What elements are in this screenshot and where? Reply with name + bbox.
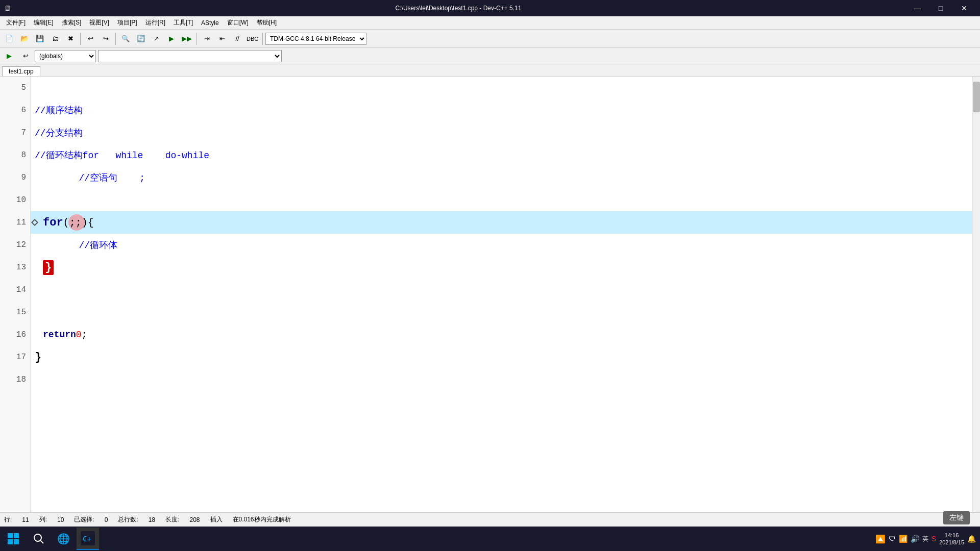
sep1 xyxy=(80,33,81,45)
compile-button[interactable]: ▶ xyxy=(164,32,179,46)
window-title: C:\Users\lei\Desktop\test1.cpp - Dev-C++… xyxy=(396,5,522,12)
sep3 xyxy=(197,33,197,45)
code-line-17[interactable]: } xyxy=(31,346,972,368)
code-line-5[interactable] xyxy=(31,77,972,99)
browser-taskbar-button[interactable]: 🌐 xyxy=(52,528,75,550)
editor: 56789101112131415161718 //顺序结构//分支结构//循环… xyxy=(0,77,980,512)
volume-icon: 🔊 xyxy=(911,535,919,543)
jump-button[interactable]: ↗ xyxy=(149,32,163,46)
search-button[interactable]: 🔍 xyxy=(118,32,133,46)
taskbar: 🌐 C+ 🔼 🛡 📶 🔊 英 S 14:16 2021/8/15 🔔 xyxy=(0,527,980,551)
selected-val: 0 xyxy=(105,516,108,523)
menu-item-R[interactable]: 运行[R] xyxy=(141,17,169,28)
undo-button[interactable]: ↩ xyxy=(83,32,97,46)
code-line-12[interactable]: //循环体 xyxy=(31,234,972,256)
close-file-button[interactable]: ✖ xyxy=(63,32,78,46)
menu-item-E[interactable]: 编辑[E] xyxy=(30,17,58,28)
code-line-15[interactable] xyxy=(31,301,972,323)
menu-item-W[interactable]: 窗口[W] xyxy=(223,17,253,28)
tabbar: test1.cpp xyxy=(0,64,980,77)
run2-button[interactable]: ▶ xyxy=(2,49,16,63)
length-val: 208 xyxy=(189,516,200,523)
zuojian-badge: 左键 xyxy=(943,511,970,524)
titlebar-icon: 🖥 xyxy=(4,4,11,12)
search-taskbar-button[interactable] xyxy=(28,528,50,550)
svg-rect-2 xyxy=(8,539,13,544)
menu-item-F[interactable]: 文件[F] xyxy=(2,17,30,28)
menu-item-V[interactable]: 视图[V] xyxy=(85,17,113,28)
total-label: 总行数: xyxy=(118,515,138,524)
minimize-button[interactable]: — xyxy=(905,0,929,16)
svg-line-5 xyxy=(40,540,43,543)
menu-item-P[interactable]: 项目[P] xyxy=(113,17,141,28)
antivirus-icon: 🛡 xyxy=(889,535,896,543)
line-number-13: 13 xyxy=(0,256,30,279)
replace-button[interactable]: 🔄 xyxy=(134,32,148,46)
line-number-8: 8 xyxy=(0,144,30,166)
line-number-10: 10 xyxy=(0,189,30,211)
save-all-button[interactable]: 🗂 xyxy=(48,32,62,46)
selected-label: 已选择: xyxy=(74,515,94,524)
back-button[interactable]: ↩ xyxy=(18,49,33,63)
start-button[interactable] xyxy=(0,527,27,551)
open-button[interactable]: 📂 xyxy=(17,32,32,46)
tab-test1[interactable]: test1.cpp xyxy=(2,66,40,76)
code-line-10[interactable] xyxy=(31,189,972,211)
line-number-12: 12 xyxy=(0,234,30,256)
code-line-16[interactable]: return 0; xyxy=(31,323,972,346)
menu-item-AStyle[interactable]: AStyle xyxy=(197,18,223,28)
breakpoint-marker xyxy=(31,211,39,234)
insert-mode: 插入 xyxy=(210,515,223,524)
symbol-combo[interactable] xyxy=(98,50,282,62)
vertical-scrollbar[interactable] xyxy=(972,77,980,512)
code-line-9[interactable]: //空语句 ; xyxy=(31,166,972,189)
col-label: 列: xyxy=(39,515,47,524)
comment-button[interactable]: // xyxy=(230,32,244,46)
close-button[interactable]: ✕ xyxy=(952,0,976,16)
line-number-7: 7 xyxy=(0,121,30,144)
line-number-16: 16 xyxy=(0,323,30,346)
code-line-13[interactable]: } xyxy=(31,256,972,279)
menubar: 文件[F]编辑[E]搜索[S]视图[V]项目[P]运行[R]工具[T]AStyl… xyxy=(0,16,980,30)
debug-button[interactable]: DBG xyxy=(246,32,260,46)
sep4 xyxy=(262,33,263,45)
total-val: 18 xyxy=(149,516,155,523)
run-button[interactable]: ▶▶ xyxy=(180,32,194,46)
code-line-8[interactable]: //循环结构for while do-while xyxy=(31,144,972,166)
code-line-11[interactable]: for(;;){ xyxy=(31,211,972,234)
compiler-select[interactable]: TDM-GCC 4.8.1 64-bit Release xyxy=(265,33,366,45)
sep2 xyxy=(115,33,116,45)
code-line-6[interactable]: //顺序结构 xyxy=(31,99,972,121)
network-icon: 📶 xyxy=(899,535,908,543)
titlebar: 🖥 C:\Users\lei\Desktop\test1.cpp - Dev-C… xyxy=(0,0,980,16)
col-val: 10 xyxy=(57,516,64,523)
new-button[interactable]: 📄 xyxy=(2,32,16,46)
scope-combo[interactable]: (globals) xyxy=(35,50,96,62)
clock[interactable]: 14:16 2021/8/15 xyxy=(939,532,964,546)
svg-rect-3 xyxy=(14,539,19,544)
line-number-11: 11 xyxy=(0,211,30,234)
menu-item-S[interactable]: 搜索[S] xyxy=(58,17,86,28)
menu-item-T[interactable]: 工具[T] xyxy=(169,17,197,28)
code-line-7[interactable]: //分支结构 xyxy=(31,121,972,144)
code-line-18[interactable] xyxy=(31,368,972,391)
time: 14:16 xyxy=(939,532,964,539)
menu-item-H[interactable]: 帮助[H] xyxy=(253,17,281,28)
indent-button[interactable]: ⇥ xyxy=(200,32,214,46)
code-line-14[interactable] xyxy=(31,279,972,301)
lang-indicator: 英 xyxy=(922,535,928,543)
taskbar-tray: 🔼 xyxy=(875,534,886,544)
length-label: 长度: xyxy=(165,515,179,524)
devcpp-taskbar-button[interactable]: C+ xyxy=(77,528,99,550)
redo-button[interactable]: ↪ xyxy=(99,32,113,46)
notification-icon: 🔔 xyxy=(967,535,976,543)
maximize-button[interactable]: □ xyxy=(929,0,952,16)
taskbar-right: 🔼 🛡 📶 🔊 英 S 14:16 2021/8/15 🔔 xyxy=(875,532,980,546)
antivirus2-icon: S xyxy=(932,535,936,543)
save-button[interactable]: 💾 xyxy=(33,32,47,46)
svg-point-4 xyxy=(34,534,41,541)
toolbar2: ▶ ↩ (globals) xyxy=(0,48,980,64)
unindent-button[interactable]: ⇤ xyxy=(215,32,229,46)
code-area[interactable]: //顺序结构//分支结构//循环结构for while do-while //空… xyxy=(31,77,972,512)
line-number-9: 9 xyxy=(0,166,30,189)
